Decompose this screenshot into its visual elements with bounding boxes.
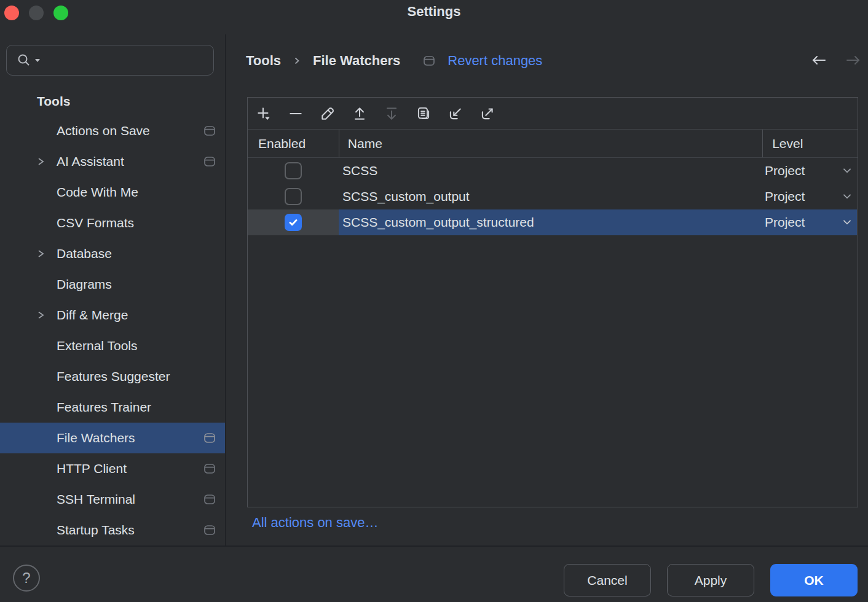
duplicate-watcher-button[interactable]	[412, 101, 435, 126]
level-dropdown[interactable]: Project	[763, 209, 857, 235]
checkmark-icon	[288, 217, 299, 228]
settings-sidebar: Tools Actions on Save AI Assistant	[0, 27, 225, 545]
window-title: Settings	[0, 4, 868, 20]
arrow-up-icon	[352, 106, 368, 122]
modified-indicator-icon	[424, 56, 435, 66]
file-watchers-table: Enabled Name Level SCSS Project	[247, 97, 858, 507]
remove-watcher-button[interactable]	[284, 101, 307, 126]
row-checkbox[interactable]	[285, 188, 302, 205]
settings-window: Settings Tools Actions on Save	[0, 0, 868, 602]
move-down-button	[380, 101, 403, 126]
all-actions-on-save-link[interactable]: All actions on save…	[252, 515, 378, 531]
help-button[interactable]: ?	[13, 565, 40, 592]
history-nav	[810, 53, 862, 68]
table-row-scss[interactable]: SCSS Project	[248, 158, 858, 184]
arrow-right-icon	[845, 54, 861, 66]
minus-icon	[288, 106, 304, 122]
breadcrumb-file-watchers: File Watchers	[313, 53, 400, 69]
import-icon	[448, 106, 464, 122]
modified-indicator-icon	[204, 157, 215, 166]
import-watchers-button[interactable]	[444, 101, 467, 126]
export-icon	[479, 106, 495, 122]
chevron-right-icon[interactable]	[36, 310, 45, 321]
titlebar: Settings	[0, 0, 868, 27]
forward-button[interactable]	[845, 53, 862, 68]
table-toolbar	[248, 98, 858, 130]
modified-indicator-icon	[204, 525, 215, 535]
modified-indicator-icon	[204, 126, 215, 136]
modified-indicator-icon	[204, 495, 215, 504]
table-row-scss-custom-output[interactable]: SCSS_custom_output Project	[248, 184, 858, 209]
chevron-down-icon	[842, 193, 852, 200]
modified-indicator-icon	[204, 433, 215, 443]
move-up-button[interactable]	[348, 101, 371, 126]
sidebar-item-diff-merge[interactable]: Diff & Merge	[0, 300, 225, 330]
table-row-scss-custom-output-structured[interactable]: SCSS_custom_output_structured Project	[248, 209, 858, 235]
cancel-button[interactable]: Cancel	[564, 564, 651, 596]
modified-indicator-icon	[204, 464, 215, 474]
sidebar-item-http-client[interactable]: HTTP Client	[0, 453, 225, 484]
column-header-enabled[interactable]: Enabled	[248, 130, 339, 157]
sidebar-item-ai-assistant[interactable]: AI Assistant	[0, 146, 225, 177]
breadcrumb: Tools File Watchers Revert changes	[246, 50, 542, 71]
chevron-right-icon[interactable]	[36, 156, 45, 167]
sidebar-item-ssh-terminal[interactable]: SSH Terminal	[0, 484, 225, 515]
search-icon	[16, 52, 32, 68]
chevron-down-icon	[842, 167, 852, 174]
back-button[interactable]	[810, 53, 827, 68]
chevron-right-icon[interactable]	[36, 248, 45, 259]
sidebar-item-file-watchers[interactable]: File Watchers	[0, 423, 225, 453]
row-checkbox[interactable]	[285, 162, 302, 179]
tree-section-tools: Tools	[0, 87, 225, 115]
add-watcher-button[interactable]	[252, 101, 275, 126]
arrow-down-icon	[384, 106, 400, 122]
pencil-icon	[320, 106, 336, 122]
sidebar-item-actions-on-save[interactable]: Actions on Save	[0, 115, 225, 146]
column-header-name[interactable]: Name	[339, 130, 762, 157]
revert-changes-link[interactable]: Revert changes	[448, 53, 542, 69]
row-checkbox[interactable]	[285, 214, 302, 231]
sidebar-item-features-suggester[interactable]: Features Suggester	[0, 361, 225, 392]
question-mark-icon: ?	[22, 569, 30, 587]
level-dropdown[interactable]: Project	[763, 184, 857, 209]
ok-button[interactable]: OK	[770, 564, 858, 596]
breadcrumb-tools[interactable]: Tools	[246, 53, 281, 69]
settings-tree: Tools Actions on Save AI Assistant	[0, 87, 225, 545]
sidebar-divider	[225, 34, 226, 545]
bottom-divider	[0, 545, 868, 547]
search-filter-caret-icon	[34, 57, 41, 63]
sidebar-item-code-with-me[interactable]: Code With Me	[0, 177, 225, 208]
column-header-level[interactable]: Level	[762, 130, 858, 157]
sidebar-item-startup-tasks[interactable]: Startup Tasks	[0, 515, 225, 545]
plus-icon	[256, 106, 272, 122]
copy-icon	[416, 106, 432, 122]
apply-button[interactable]: Apply	[667, 564, 754, 596]
sidebar-item-external-tools[interactable]: External Tools	[0, 330, 225, 361]
export-watchers-button[interactable]	[476, 101, 499, 126]
sidebar-item-database[interactable]: Database	[0, 238, 225, 269]
chevron-right-icon	[293, 56, 301, 66]
settings-search-input[interactable]	[6, 45, 214, 76]
arrow-left-icon	[811, 54, 827, 66]
sidebar-item-diagrams[interactable]: Diagrams	[0, 269, 225, 300]
level-dropdown[interactable]: Project	[763, 158, 857, 184]
chevron-down-icon	[842, 219, 852, 225]
sidebar-item-csv-formats[interactable]: CSV Formats	[0, 208, 225, 238]
edit-watcher-button[interactable]	[316, 101, 339, 126]
sidebar-item-features-trainer[interactable]: Features Trainer	[0, 392, 225, 423]
table-header: Enabled Name Level	[248, 130, 858, 158]
